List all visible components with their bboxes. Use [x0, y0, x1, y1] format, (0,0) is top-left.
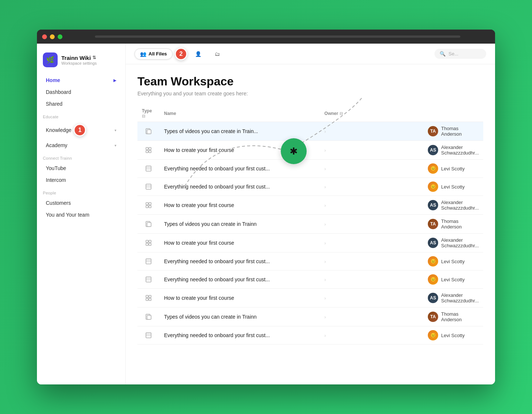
table-row[interactable]: Everything needed to onboard your first …	[137, 178, 483, 196]
step-2-badge: 2	[175, 48, 187, 60]
filter-tabs: 👥 All Files 2 👤 🗂	[134, 48, 225, 60]
owner-name: Levi Scotty	[441, 277, 465, 282]
file-name-cell: Everything needed to onboard your first …	[160, 271, 320, 289]
app-window: 🌿 Trainn Wiki ⇅ Workspace settings Home …	[37, 30, 495, 384]
row-chevron-cell[interactable]: ›	[320, 252, 423, 271]
sidebar-item-dashboard[interactable]: Dashboard	[43, 86, 119, 98]
owner-name: Thomas Anderson	[441, 218, 479, 230]
col-owner: Owner ⊟	[320, 105, 423, 122]
chevron-right-icon[interactable]: ›	[324, 259, 326, 264]
minimize-button[interactable]	[50, 34, 55, 39]
owner-cell: 😐 Levi Scotty	[423, 252, 483, 271]
filter-icon-type[interactable]: ⊟	[142, 114, 145, 118]
owner-cell: 😐 Levi Scotty	[423, 326, 483, 345]
table-row[interactable]: Everything needed to onboard your first …	[137, 252, 483, 271]
table-row[interactable]: How to create your first course› AS Alex…	[137, 234, 483, 252]
svg-rect-33	[147, 315, 151, 319]
filter-icon-owner[interactable]: ⊟	[340, 111, 343, 116]
chevron-right-icon[interactable]: ›	[324, 148, 326, 153]
chevron-right-icon[interactable]: ›	[324, 222, 326, 227]
table-row[interactable]: Types of videos you can create in Trainn…	[137, 308, 483, 326]
row-chevron-cell[interactable]: ›	[320, 234, 423, 252]
svg-rect-6	[146, 166, 151, 171]
chevron-right-icon[interactable]: ›	[324, 277, 326, 282]
row-chevron-cell[interactable]: ›	[320, 178, 423, 196]
sidebar-item-knowledge[interactable]: Knowledge 1 ▾	[43, 121, 119, 139]
col-type: Type ⊟	[137, 105, 160, 122]
sidebar-item-youtube[interactable]: YouTube	[43, 163, 119, 174]
avatar: AS	[428, 238, 438, 248]
chevron-right-icon[interactable]: ›	[324, 241, 326, 246]
sidebar-item-shared[interactable]: Shared	[43, 98, 119, 109]
table-row[interactable]: Types of videos you can create in Trainn…	[137, 215, 483, 234]
table-row[interactable]: How to create your first course› AS Alex…	[137, 289, 483, 308]
chevron-right-icon[interactable]: ›	[324, 129, 326, 134]
owner-name: Alexander Schwazzzdudhr...	[441, 200, 479, 211]
sidebar-item-home[interactable]: Home ▶	[43, 75, 119, 86]
row-chevron-cell[interactable]: ›	[320, 326, 423, 345]
people-label: People	[43, 186, 119, 197]
row-chevron-cell[interactable]: ›	[320, 289, 423, 308]
table-row[interactable]: Everything needed to onboard your first …	[137, 160, 483, 178]
owner-cell: AS Alexander Schwazzzdudhr...	[423, 234, 483, 252]
nav-section: Home ▶ Dashboard Shared	[37, 75, 125, 110]
chevron-down-icon: ▾	[115, 128, 116, 132]
file-name-cell: How to create your first course	[160, 234, 320, 252]
sidebar-item-customers[interactable]: Customers	[43, 197, 119, 208]
url-bar	[95, 35, 460, 38]
filter-tab-type2[interactable]: 👤	[190, 48, 207, 60]
avatar: TA	[428, 219, 438, 229]
type-cell	[137, 271, 160, 289]
row-chevron-cell[interactable]: ›	[320, 215, 423, 234]
table-row[interactable]: Everything needed to onboard your first …	[137, 326, 483, 345]
chevron-right-icon[interactable]: ›	[324, 296, 326, 301]
type-cell	[137, 234, 160, 252]
owner-name: Alexander Schwazzzdudhr...	[441, 237, 479, 248]
search-box[interactable]: 🔍 Se...	[434, 49, 486, 59]
file-name-cell: Everything needed to onboard your first …	[160, 178, 320, 196]
owner-name: Levi Scotty	[441, 166, 465, 172]
owner-cell: 😐 Levi Scotty	[423, 160, 483, 178]
maximize-button[interactable]	[58, 34, 62, 39]
row-chevron-cell[interactable]: ›	[320, 141, 423, 160]
svg-rect-1	[147, 130, 151, 134]
svg-rect-34	[146, 333, 151, 338]
svg-rect-25	[146, 277, 151, 282]
row-chevron-cell[interactable]: ›	[320, 308, 423, 326]
row-chevron-cell[interactable]: ›	[320, 122, 423, 141]
table-row[interactable]: Everything needed to onboard your first …	[137, 271, 483, 289]
close-button[interactable]	[42, 34, 47, 39]
svg-rect-31	[149, 298, 151, 301]
filter-tab-type3[interactable]: 🗂	[209, 48, 225, 60]
row-chevron-cell[interactable]: ›	[320, 271, 423, 289]
users-icon: 👥	[140, 51, 146, 57]
owner-cell: TA Thomas Anderson	[423, 122, 483, 141]
table-row[interactable]: Types of videos you can create in Train.…	[137, 122, 483, 141]
owner-name: Alexander Schwazzzdudhr...	[441, 292, 479, 303]
row-chevron-cell[interactable]: ›	[320, 160, 423, 178]
svg-rect-4	[146, 150, 148, 153]
people-section: People Customers You and Your team	[37, 186, 125, 221]
owner-cell: AS Alexander Schwazzzdudhr...	[423, 196, 483, 215]
chevron-right-icon[interactable]: ›	[324, 203, 326, 208]
sidebar-item-academy[interactable]: Academy ▾	[43, 140, 119, 151]
file-name-cell: Types of videos you can create in Trainn	[160, 308, 320, 326]
chevron-right-icon[interactable]: ›	[324, 333, 326, 338]
chevron-right-icon[interactable]: ›	[324, 184, 326, 190]
chevron-right-icon[interactable]: ›	[324, 166, 326, 172]
chevron-right-icon[interactable]: ›	[324, 315, 326, 320]
sidebar-item-intercom[interactable]: Intercom	[43, 174, 119, 186]
file-table: Type ⊟ Name Owner ⊟	[137, 105, 483, 345]
svg-rect-15	[149, 206, 151, 208]
sidebar-item-team[interactable]: You and Your team	[43, 209, 119, 220]
connect-label: Connect Trainn	[43, 152, 119, 163]
filter-tab-all[interactable]: 👥 All Files	[134, 48, 173, 60]
table-row[interactable]: How to create your first course› AS Alex…	[137, 141, 483, 160]
table-row[interactable]: How to create your first course› AS Alex…	[137, 196, 483, 215]
page-subtitle: Everything you and your team create goes…	[137, 91, 483, 96]
row-chevron-cell[interactable]: ›	[320, 196, 423, 215]
sort-icon: ⇅	[92, 55, 96, 60]
type-cell	[137, 178, 160, 196]
chevron-right-icon: ▶	[113, 78, 116, 82]
avatar: AS	[428, 145, 438, 155]
